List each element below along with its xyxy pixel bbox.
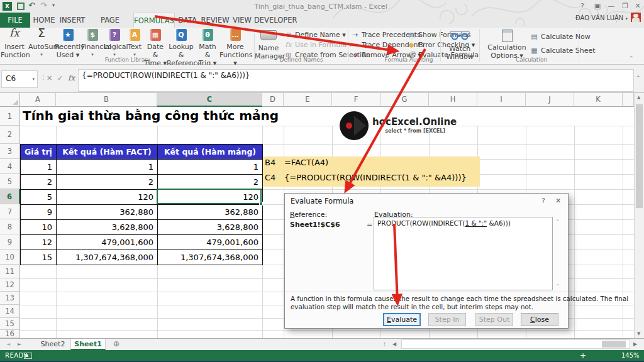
table-header-cell[interactable]: Kết quả (Hàm mảng): [158, 145, 263, 160]
dialog-separator: [285, 292, 568, 292]
eval-scroll-up-icon[interactable]: ⌃: [555, 219, 560, 225]
dialog-close-icon[interactable]: ✕: [555, 197, 561, 205]
step-out-button: Step Out: [475, 313, 513, 326]
evaluation-box[interactable]: PRODUCT(ROW(INDIRECT(1 & ":" &A6))): [374, 217, 553, 290]
fill-handle[interactable]: [259, 202, 263, 206]
logo-mark-icon: [338, 110, 370, 141]
hocexcel-logo: họcExcel.Online select * from [EXCEL]: [338, 110, 452, 141]
close-button-dialog[interactable]: Close: [521, 313, 558, 326]
annotation-ref: B4: [265, 158, 275, 167]
eval-scroll-down-icon[interactable]: ⌄: [555, 280, 560, 287]
hscroll-left-icon[interactable]: ◀: [392, 341, 396, 347]
dialog-title: Evaluate Formula: [291, 197, 353, 206]
dialog-note-line1: A function in this formula causes the re…: [291, 295, 628, 302]
annotation-formula: {=PRODUCT(ROW(INDIRECT(1 & ":" &A4)))}: [284, 173, 467, 182]
selected-cell-outline: [157, 189, 262, 204]
reference-value: Sheet1!$C$6: [290, 221, 340, 229]
data-table: Giá trị Kết quả (Hàm FACT) Kết quả (Hàm …: [20, 144, 263, 265]
cell-C8[interactable]: 3,628,800: [158, 220, 263, 235]
new-sheet-button[interactable]: ⊕: [113, 339, 119, 348]
cell-C5[interactable]: 2: [158, 175, 263, 190]
cell-A9[interactable]: 12: [21, 235, 57, 250]
cell-A8[interactable]: 10: [21, 220, 57, 235]
cell-A10[interactable]: 15: [21, 250, 57, 265]
table-header-cell[interactable]: Kết quả (Hàm FACT): [57, 145, 158, 160]
cell-A5[interactable]: 2: [21, 175, 57, 190]
formula-annotation-block: B4 =FACT(A4) C4 {=PRODUCT(ROW(INDIRECT(1…: [263, 156, 480, 187]
zoom-plus[interactable]: +: [580, 351, 586, 360]
cell-B4[interactable]: 1: [57, 160, 158, 175]
cell-B5[interactable]: 2: [57, 175, 158, 190]
annotation-formula: =FACT(A4): [284, 158, 328, 167]
horizontal-scroll-thumb[interactable]: [602, 341, 626, 348]
cell-C7[interactable]: 362,880: [158, 205, 263, 220]
cell-A4[interactable]: 1: [21, 160, 57, 175]
table-header-cell[interactable]: Giá trị: [21, 145, 57, 160]
cell-B10[interactable]: 1,307,674,368,000: [57, 250, 158, 265]
cell-B8[interactable]: 3,628,800: [57, 220, 158, 235]
logo-subtext: select * from [EXCEL]: [372, 128, 445, 134]
cell-B6[interactable]: 120: [57, 190, 158, 205]
annotation-ref: C4: [265, 173, 275, 182]
excel-window: X ↶ ↷ ▾ Tinh_giai_thua_bang_CTM.xlsm - E…: [0, 0, 644, 362]
evaluate-formula-dialog: Evaluate Formula ? ✕ Reference: Sheet1!$…: [284, 193, 569, 329]
evaluation-expression: PRODUCT(ROW(INDIRECT(1 & ":" &A6))): [377, 219, 511, 227]
cell-B7[interactable]: 362,880: [57, 205, 158, 220]
cell-C4[interactable]: 1: [158, 160, 263, 175]
hscroll-right-icon[interactable]: ▶: [633, 341, 637, 347]
dialog-note-line2: evaluation step will match the result in…: [291, 303, 533, 310]
sheet-title-cell[interactable]: Tính giai thừa bằng công thức mảng: [23, 108, 279, 123]
equals-sign: =: [367, 221, 372, 229]
cell-C9[interactable]: 479,001,600: [158, 235, 263, 250]
reference-label: Reference:: [290, 211, 327, 219]
cell-A7[interactable]: 9: [21, 205, 57, 220]
horizontal-scrollbar[interactable]: [401, 339, 630, 349]
step-in-button: Step In: [428, 313, 466, 326]
cell-B9[interactable]: 479,001,600: [57, 235, 158, 250]
dialog-help-icon[interactable]: ?: [541, 197, 545, 205]
cell-A6[interactable]: 5: [21, 190, 57, 205]
evaluate-button[interactable]: Evaluate: [383, 313, 421, 326]
cell-C10[interactable]: 1,307,674,368,000: [158, 250, 263, 265]
logo-text: họcExcel.Online: [372, 116, 457, 128]
